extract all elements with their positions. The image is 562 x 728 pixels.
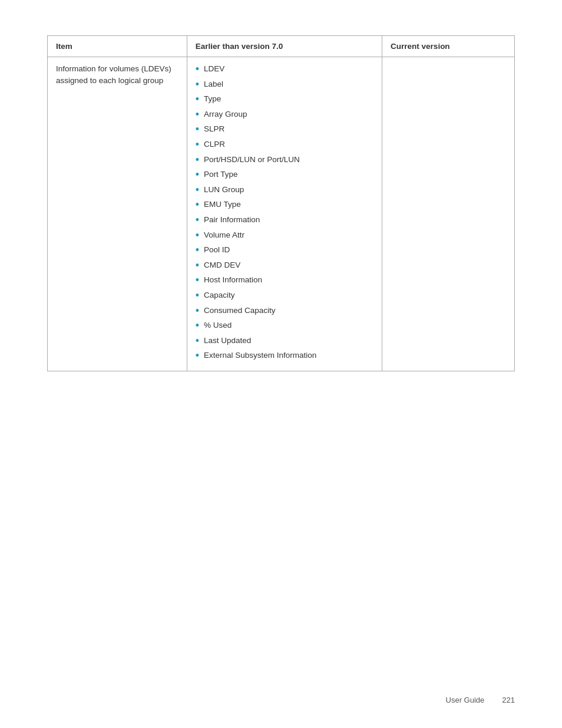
list-item: •Host Information (196, 274, 373, 287)
list-item: •Volume Attr (196, 229, 373, 242)
list-item-text: Capacity (204, 289, 235, 301)
bullet-icon: • (196, 154, 199, 167)
list-item: •Port Type (196, 169, 373, 182)
list-item-text: External Subsystem Information (204, 350, 316, 361)
list-item: •% Used (196, 319, 373, 332)
list-item: •Type (196, 93, 373, 106)
bullet-icon: • (196, 123, 199, 136)
bullet-icon: • (196, 274, 199, 287)
header-earlier: Earlier than version 7.0 (187, 36, 382, 57)
footer-page-number: 221 (502, 696, 515, 704)
list-item: •Pair Information (196, 214, 373, 227)
bullet-icon: • (196, 305, 199, 318)
bullet-icon: • (196, 184, 199, 197)
list-item: •EMU Type (196, 199, 373, 212)
bullet-icon: • (196, 350, 199, 363)
list-item: •SLPR (196, 123, 373, 136)
bullet-icon: • (196, 78, 199, 91)
bullet-icon: • (196, 229, 199, 242)
list-item-text: Last Updated (204, 335, 251, 347)
list-item-text: Type (204, 93, 221, 105)
bullet-icon: • (196, 199, 199, 212)
header-current: Current version (382, 36, 515, 57)
earlier-list-0: •LDEV•Label•Type•Array Group•SLPR•CLPR•P… (196, 63, 373, 363)
table-cell-current-0 (382, 57, 515, 371)
list-item-text: Array Group (204, 108, 247, 120)
page-container: Item Earlier than version 7.0 Current ve… (0, 0, 562, 395)
bullet-icon: • (196, 139, 199, 151)
item-label-0: Information for volumes (LDEVs) assigned… (56, 64, 171, 85)
bullet-icon: • (196, 244, 199, 257)
list-item: •CLPR (196, 139, 373, 151)
bullet-icon: • (196, 259, 199, 272)
list-item: •CMD DEV (196, 259, 373, 272)
list-item: •Port/HSD/LUN or Port/LUN (196, 154, 373, 167)
list-item-text: Consumed Capacity (204, 305, 276, 317)
bullet-icon: • (196, 214, 199, 227)
page-footer: User Guide 221 (446, 696, 515, 704)
list-item-text: % Used (204, 319, 232, 331)
list-item-text: Port Type (204, 169, 238, 180)
list-item: •Label (196, 78, 373, 91)
list-item-text: CLPR (204, 139, 225, 150)
list-item-text: LDEV (204, 63, 224, 75)
list-item-text: Label (204, 78, 223, 90)
list-item: •Last Updated (196, 335, 373, 348)
bullet-icon: • (196, 319, 199, 332)
list-item-text: CMD DEV (204, 259, 240, 271)
list-item: •Capacity (196, 289, 373, 302)
footer-label: User Guide (446, 696, 485, 704)
list-item-text: Volume Attr (204, 229, 244, 241)
list-item: •LDEV (196, 63, 373, 76)
list-item-text: SLPR (204, 123, 224, 135)
list-item-text: Host Information (204, 274, 262, 286)
bullet-icon: • (196, 289, 199, 302)
list-item: •Consumed Capacity (196, 305, 373, 318)
table-cell-earlier-0: •LDEV•Label•Type•Array Group•SLPR•CLPR•P… (187, 57, 382, 371)
list-item: •Pool ID (196, 244, 373, 257)
list-item: •External Subsystem Information (196, 350, 373, 363)
bullet-icon: • (196, 63, 199, 76)
list-item-text: Port/HSD/LUN or Port/LUN (204, 154, 300, 166)
list-item: •LUN Group (196, 184, 373, 197)
list-item-text: Pair Information (204, 214, 260, 226)
main-table: Item Earlier than version 7.0 Current ve… (47, 35, 515, 371)
bullet-icon: • (196, 93, 199, 106)
list-item: •Array Group (196, 108, 373, 121)
list-item-text: Pool ID (204, 244, 230, 256)
list-item-text: EMU Type (204, 199, 241, 210)
table-cell-item-0: Information for volumes (LDEVs) assigned… (48, 57, 187, 371)
bullet-icon: • (196, 335, 199, 348)
bullet-icon: • (196, 108, 199, 121)
header-item: Item (48, 36, 187, 57)
bullet-icon: • (196, 169, 199, 182)
list-item-text: LUN Group (204, 184, 244, 196)
